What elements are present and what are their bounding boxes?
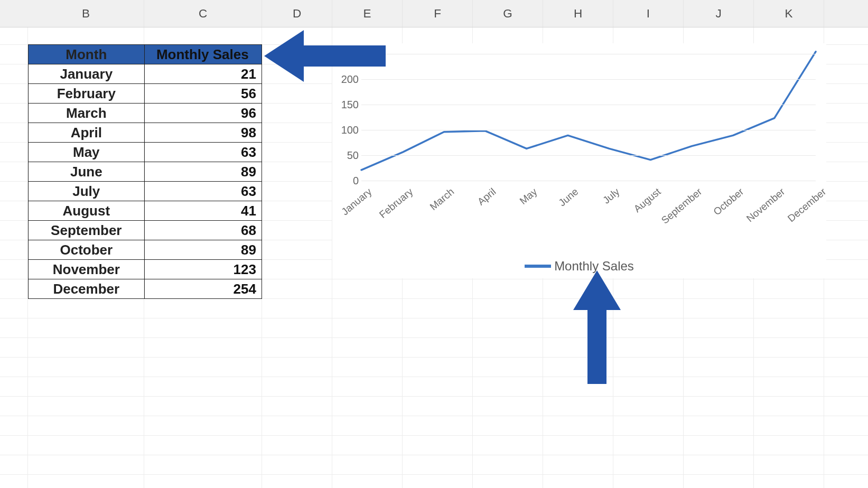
column-headers: B C D E F G H I J K [0, 0, 868, 27]
column-header-K[interactable]: K [754, 0, 824, 27]
table-row[interactable]: July63 [29, 182, 262, 201]
table-row[interactable]: May63 [29, 143, 262, 162]
header-monthly-sales[interactable]: Monthly Sales [144, 45, 262, 64]
worksheet-grid[interactable]: Month Monthly Sales January21February56M… [0, 27, 868, 488]
column-header-C[interactable]: C [144, 0, 262, 27]
table-header-row[interactable]: Month Monthly Sales [29, 45, 262, 64]
cell-month[interactable]: January [29, 64, 145, 84]
chart-y-tick-label: 50 [338, 149, 359, 161]
table-row[interactable]: November123 [29, 260, 262, 279]
cell-month[interactable]: February [29, 84, 145, 104]
chart-y-tick-label: 0 [338, 175, 359, 187]
cell-month[interactable]: December [29, 279, 145, 299]
table-row[interactable]: February56 [29, 84, 262, 104]
column-header-H[interactable]: H [543, 0, 613, 27]
column-header-F[interactable]: F [403, 0, 473, 27]
chart-plot-area [361, 49, 816, 181]
chart-gridline [361, 181, 816, 181]
arrow-left-icon [264, 30, 386, 82]
cell-month[interactable]: September [29, 221, 145, 240]
cell-value[interactable]: 68 [144, 221, 262, 240]
cell-value[interactable]: 98 [144, 123, 262, 143]
cell-value[interactable]: 96 [144, 104, 262, 123]
cell-month[interactable]: May [29, 143, 145, 162]
column-header-G[interactable]: G [473, 0, 543, 27]
chart-gridline [361, 130, 816, 130]
sales-data-table[interactable]: Month Monthly Sales January21February56M… [28, 44, 262, 299]
cell-value[interactable]: 89 [144, 240, 262, 260]
table-row[interactable]: January21 [29, 64, 262, 84]
chart-gridline [361, 155, 816, 156]
header-month[interactable]: Month [29, 45, 145, 64]
table-row[interactable]: October89 [29, 240, 262, 260]
chart-gridline [361, 105, 816, 105]
cell-value[interactable]: 21 [144, 64, 262, 84]
cell-month[interactable]: August [29, 201, 145, 221]
cell-month[interactable]: July [29, 182, 145, 201]
table-row[interactable]: December254 [29, 279, 262, 299]
cell-value[interactable]: 56 [144, 84, 262, 104]
table-row[interactable]: August41 [29, 201, 262, 221]
table-row[interactable]: March96 [29, 104, 262, 123]
arrow-up-icon [573, 270, 621, 384]
cell-month[interactable]: March [29, 104, 145, 123]
cell-value[interactable]: 89 [144, 162, 262, 182]
cell-month[interactable]: October [29, 240, 145, 260]
cell-value[interactable]: 63 [144, 143, 262, 162]
column-header-B[interactable]: B [28, 0, 144, 27]
chart-line-series [361, 49, 816, 181]
cell-value[interactable]: 123 [144, 260, 262, 279]
chart-gridline [361, 54, 816, 54]
cell-value[interactable]: 254 [144, 279, 262, 299]
table-row[interactable]: June89 [29, 162, 262, 182]
column-header-J[interactable]: J [684, 0, 754, 27]
chart-y-tick-label: 100 [338, 124, 359, 136]
cell-value[interactable]: 63 [144, 182, 262, 201]
row-gutter [0, 0, 28, 27]
cell-month[interactable]: June [29, 162, 145, 182]
legend-swatch [525, 265, 551, 268]
chart-gridline [361, 79, 816, 80]
table-row[interactable]: April98 [29, 123, 262, 143]
svg-marker-0 [264, 30, 386, 82]
column-header-E[interactable]: E [332, 0, 403, 27]
cell-month[interactable]: November [29, 260, 145, 279]
cell-value[interactable]: 41 [144, 201, 262, 221]
column-header-I[interactable]: I [613, 0, 684, 27]
svg-marker-1 [573, 270, 621, 384]
chart-y-tick-label: 150 [338, 98, 359, 110]
column-header-D[interactable]: D [262, 0, 332, 27]
table-row[interactable]: September68 [29, 221, 262, 240]
cell-month[interactable]: April [29, 123, 145, 143]
line-chart[interactable]: Monthly Sales 050100150200250JanuaryFebr… [332, 43, 826, 278]
